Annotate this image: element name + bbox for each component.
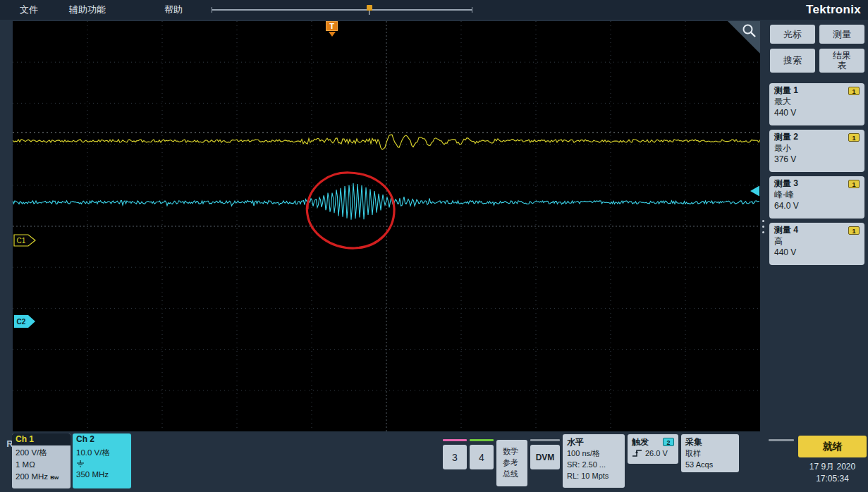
trigger-position-marker[interactable] (367, 5, 372, 11)
horizontal-sample-rate: SR: 2.50 ... (567, 459, 621, 470)
trigger-source-badge: 2 (663, 438, 674, 446)
measurement-badge-1[interactable]: 测量 1 1 最大 440 V (769, 83, 864, 125)
measurement-1-value: 440 V (774, 107, 860, 118)
measurement-badge-3[interactable]: 测量 3 1 峰-峰 64.0 V (769, 176, 864, 219)
measurement-2-title: 测量 2 (774, 131, 798, 143)
date-text: 17 9月 2020 (798, 461, 867, 473)
right-panel: 光标 测量 搜索 结果表 测量 1 1 最大 440 V 测量 2 1 最小 3… (766, 21, 868, 431)
measurement-2-source-badge: 1 (848, 133, 860, 142)
ch1-label-text: C1 (17, 237, 26, 245)
horizontal-position-slider[interactable] (212, 9, 472, 11)
dvm-button[interactable]: DVM (530, 445, 560, 469)
trigger-position-icon[interactable]: T (326, 21, 338, 31)
ground-coupling-icon (76, 460, 85, 467)
ch2-label-text: C2 (17, 318, 26, 326)
measurement-3-stat: 峰-峰 (774, 189, 860, 200)
datetime: 17 9月 2020 17:05:34 (798, 461, 867, 485)
acquisition-count: 53 Acqs (685, 459, 735, 470)
ch2-scale: 10.0 V/格 (76, 447, 128, 459)
ch4-button[interactable]: 4 (470, 445, 494, 469)
measurement-4-value: 440 V (774, 247, 860, 258)
measurement-1-title: 测量 1 (774, 85, 798, 97)
rf-color-strip (769, 439, 794, 441)
oscilloscope-screen: 文件 辅助功能 帮助 Tektronix C1 C2 T (0, 0, 868, 492)
ch1-bandwidth: 200 MHz Bw (16, 471, 67, 484)
dvm-color-strip (530, 439, 560, 441)
tektronix-logo: Tektronix (806, 3, 861, 17)
measure-button[interactable]: 测量 (819, 25, 864, 44)
measurement-1-stat: 最大 (774, 96, 860, 107)
horizontal-settings-badge[interactable]: 水平 100 ns/格 SR: 2.50 ... RL: 10 Mpts (563, 434, 625, 488)
ch1-label: Ch 1 (12, 433, 71, 445)
horizontal-record-length: RL: 10 Mpts (567, 470, 621, 481)
ch1-impedance: 1 MΩ (16, 459, 67, 471)
measurement-badge-4[interactable]: 测量 4 1 高 440 V (769, 223, 864, 265)
measurement-1-source-badge: 1 (848, 87, 860, 95)
status-bar: Ch 1 200 V/格 1 MΩ 200 MHz Bw Ch 2 10.0 V… (0, 431, 868, 492)
acquisition-title: 采集 (685, 436, 735, 448)
math-ref-bus-button[interactable]: 数学参考总线 (496, 440, 527, 486)
ready-status-badge[interactable]: 就绪 (798, 436, 867, 457)
ch2-badge[interactable]: Ch 2 10.0 V/格 350 MHz (73, 433, 131, 488)
panel-drag-handle[interactable] (762, 220, 766, 237)
measurement-3-title: 测量 3 (774, 178, 798, 190)
measurement-3-source-badge: 1 (848, 180, 860, 188)
menu-help[interactable]: 帮助 (159, 0, 188, 20)
acquisition-mode: 取样 (685, 448, 735, 459)
ch1-badge[interactable]: Ch 1 200 V/格 1 MΩ 200 MHz Bw (12, 433, 71, 488)
menu-utility[interactable]: 辅助功能 (63, 0, 111, 20)
results-table-label: 结果表 (830, 51, 854, 71)
measurement-3-value: 64.0 V (774, 200, 860, 211)
trigger-level: 26.0 V (645, 448, 668, 459)
measurement-4-title: 测量 4 (774, 224, 798, 236)
measurement-4-source-badge: 1 (848, 226, 860, 235)
trigger-settings-badge[interactable]: 触发 2 26.0 V (628, 434, 678, 464)
menu-bar: 文件 辅助功能 帮助 Tektronix (0, 0, 868, 20)
acquisition-badge[interactable]: 采集 取样 53 Acqs (681, 434, 739, 472)
magnifier-icon[interactable] (742, 23, 757, 39)
ch3-color-strip (443, 439, 467, 441)
waveform-display[interactable]: C1 C2 T (13, 21, 760, 431)
rising-edge-icon (632, 449, 642, 457)
measurement-badge-2[interactable]: 测量 2 1 最小 376 V (769, 130, 864, 172)
results-table-button[interactable]: 结果表 (819, 49, 864, 73)
ch1-scale: 200 V/格 (16, 447, 67, 459)
ch2-label: Ch 2 (73, 433, 131, 445)
ch4-color-strip (470, 439, 494, 441)
horizontal-title: 水平 (567, 436, 621, 448)
ch3-button[interactable]: 3 (443, 445, 467, 469)
ch2-label-tag[interactable]: C2 (14, 315, 35, 328)
math-ref-bus-label: 数学参考总线 (503, 446, 521, 480)
trigger-title: 触发 (632, 436, 649, 448)
time-text: 17:05:34 (798, 473, 867, 485)
measurement-2-stat: 最小 (774, 142, 860, 154)
trigger-level-arrow[interactable] (750, 186, 759, 197)
cursor-button[interactable]: 光标 (770, 25, 815, 44)
graticule (13, 21, 760, 431)
horizontal-scale: 100 ns/格 (567, 448, 621, 459)
menu-file[interactable]: 文件 (14, 0, 44, 20)
ch2-bandwidth: 350 MHz (76, 469, 128, 481)
measurement-4-stat: 高 (774, 235, 860, 247)
measurement-2-value: 376 V (774, 154, 860, 165)
search-button[interactable]: 搜索 (770, 49, 815, 73)
bw-limit-indicator: Bw (50, 474, 59, 481)
ch1-label-tag[interactable]: C1 (14, 235, 35, 246)
ch1-waveform (13, 135, 760, 149)
